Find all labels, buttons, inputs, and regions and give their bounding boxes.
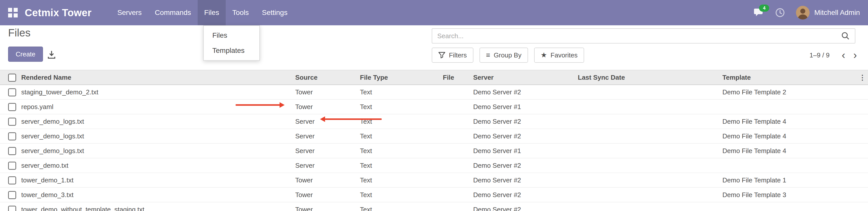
export-button[interactable] xyxy=(45,49,58,60)
table-row[interactable]: tower_demo_without_template_staging.txt … xyxy=(0,202,868,211)
menu-settings[interactable]: Settings xyxy=(255,0,294,25)
table-row[interactable]: server_demo_logs.txt Server Text Demo Se… xyxy=(0,144,868,158)
row-select-cell[interactable] xyxy=(0,158,21,173)
column-header-template[interactable]: Template xyxy=(722,70,857,85)
table-row[interactable]: staging_tower_demo_2.txt Tower Text Demo… xyxy=(0,85,868,99)
menu-servers[interactable]: Servers xyxy=(111,0,148,25)
apps-grid-square xyxy=(14,8,18,12)
search-box xyxy=(432,28,855,43)
dropdown-item-files[interactable]: Files xyxy=(204,28,259,43)
search-icon[interactable] xyxy=(841,32,855,40)
row-select-cell[interactable] xyxy=(0,187,21,202)
cell-template xyxy=(722,99,857,114)
column-header-last-sync-date[interactable]: Last Sync Date xyxy=(578,70,722,85)
row-checkbox[interactable] xyxy=(8,162,16,170)
create-button[interactable]: Create xyxy=(8,47,43,62)
table-row[interactable]: server_demo_logs.txt Server Text Demo Se… xyxy=(0,114,868,129)
activities-icon[interactable] xyxy=(775,8,785,18)
cell-server: Demo Server #2 xyxy=(473,173,578,187)
optional-columns-icon[interactable]: ⋮ xyxy=(859,73,866,82)
table-row[interactable]: server_demo.txt Server Text Demo Server … xyxy=(0,158,868,173)
row-checkbox[interactable] xyxy=(8,132,16,141)
row-checkbox[interactable] xyxy=(8,176,16,184)
files-list-view: Rendered Name Source File Type File Serv… xyxy=(0,70,868,211)
cell-template: Demo File Template 1 xyxy=(722,173,857,187)
row-checkbox[interactable] xyxy=(8,191,16,199)
row-select-cell[interactable] xyxy=(0,144,21,158)
row-checkbox[interactable] xyxy=(8,103,16,111)
cell-source: Server xyxy=(295,144,360,158)
cell-template: Demo File Template 4 xyxy=(722,129,857,144)
pager-next-button[interactable]: › xyxy=(849,50,861,60)
cell-options xyxy=(857,114,868,129)
cell-rendered-name: server_demo.txt xyxy=(21,158,295,173)
menu-tools[interactable]: Tools xyxy=(226,0,255,25)
table-header-row: Rendered Name Source File Type File Serv… xyxy=(0,70,868,85)
messages-icon[interactable]: 4 xyxy=(754,8,765,18)
row-select-cell[interactable] xyxy=(0,202,21,211)
cell-file xyxy=(443,202,473,211)
table-row[interactable]: repos.yaml Tower Text Demo Server #1 xyxy=(0,99,868,114)
row-select-cell[interactable] xyxy=(0,173,21,187)
row-select-cell[interactable] xyxy=(0,114,21,129)
cell-source: Tower xyxy=(295,85,360,99)
column-header-rendered-name[interactable]: Rendered Name xyxy=(21,70,295,85)
user-menu[interactable]: Mitchell Admin xyxy=(814,9,860,17)
app-brand-title[interactable]: Cetmix Tower xyxy=(25,7,92,19)
row-select-cell[interactable] xyxy=(0,129,21,144)
cell-file xyxy=(443,129,473,144)
cell-file xyxy=(443,144,473,158)
cell-last-sync-date xyxy=(578,158,722,173)
cell-source: Tower xyxy=(295,99,360,114)
row-checkbox[interactable] xyxy=(8,118,16,126)
files-dropdown-menu: Files Templates xyxy=(203,25,260,61)
cell-file-type: Text xyxy=(360,144,443,158)
cell-file-type: Text xyxy=(360,187,443,202)
page-title: Files xyxy=(8,27,31,39)
cell-options xyxy=(857,158,868,173)
cell-template: Demo File Template 2 xyxy=(722,85,857,99)
cell-template: Demo File Template 3 xyxy=(722,187,857,202)
apps-grid-square xyxy=(8,13,12,18)
column-header-server[interactable]: Server xyxy=(473,70,578,85)
cell-options xyxy=(857,187,868,202)
apps-grid-icon[interactable] xyxy=(8,8,18,18)
table-row[interactable]: tower_demo_3.txt Tower Text Demo Server … xyxy=(0,187,868,202)
cell-server: Demo Server #2 xyxy=(473,202,578,211)
cell-options xyxy=(857,144,868,158)
column-header-source[interactable]: Source xyxy=(295,70,360,85)
row-checkbox[interactable] xyxy=(8,206,16,211)
row-checkbox[interactable] xyxy=(8,88,16,96)
dropdown-item-templates[interactable]: Templates xyxy=(204,43,259,58)
cell-template: Demo File Template 4 xyxy=(722,144,857,158)
search-input[interactable] xyxy=(432,32,841,40)
main-menu: Servers Commands Files Tools Settings xyxy=(111,0,294,25)
cell-source: Tower xyxy=(295,173,360,187)
cell-file xyxy=(443,114,473,129)
menu-commands[interactable]: Commands xyxy=(148,0,198,25)
pager-previous-button[interactable]: ‹ xyxy=(838,50,849,60)
annotation-arrow-to-server-source xyxy=(324,118,382,120)
cell-file xyxy=(443,187,473,202)
apps-grid-square xyxy=(8,8,12,12)
group-by-button[interactable]: ≡ Group By xyxy=(479,48,528,63)
row-checkbox[interactable] xyxy=(8,147,16,155)
menu-files[interactable]: Files xyxy=(198,0,226,25)
row-select-cell[interactable] xyxy=(0,85,21,99)
cell-file xyxy=(443,99,473,114)
favorites-button[interactable]: ★ Favorites xyxy=(534,48,584,63)
user-avatar[interactable] xyxy=(796,6,810,20)
cell-template xyxy=(722,158,857,173)
column-header-file-type[interactable]: File Type xyxy=(360,70,443,85)
cell-source: Server xyxy=(295,114,360,129)
table-row[interactable]: tower_demo_1.txt Tower Text Demo Server … xyxy=(0,173,868,187)
column-header-file[interactable]: File xyxy=(443,70,473,85)
select-all-cell[interactable] xyxy=(0,70,21,85)
row-select-cell[interactable] xyxy=(0,99,21,114)
select-all-checkbox[interactable] xyxy=(8,73,16,82)
cell-last-sync-date xyxy=(578,187,722,202)
cell-options xyxy=(857,85,868,99)
table-row[interactable]: server_demo_logs.txt Server Text Demo Se… xyxy=(0,129,868,144)
cell-source: Server xyxy=(295,158,360,173)
filters-button[interactable]: Filters xyxy=(432,48,473,63)
